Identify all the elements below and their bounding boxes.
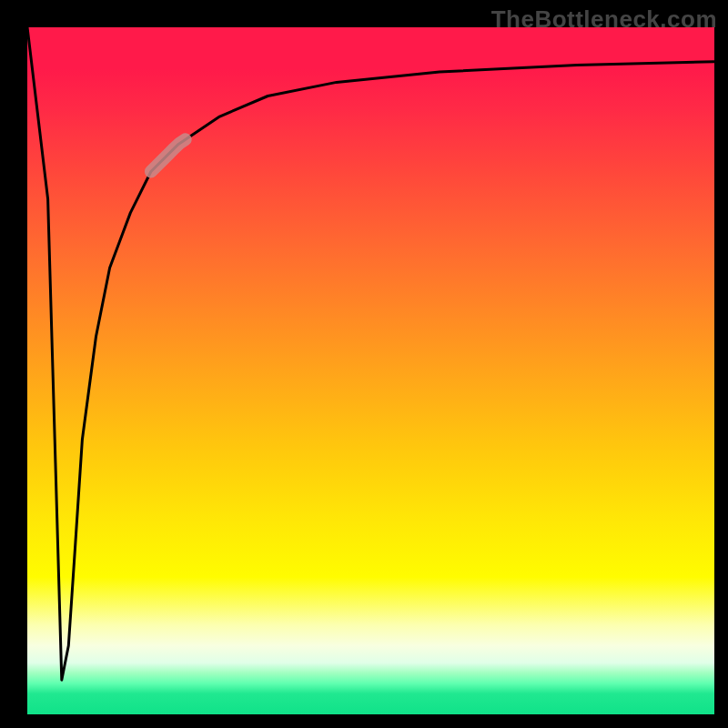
curve-highlight-segment: [151, 139, 186, 171]
plot-area: [27, 27, 714, 714]
curve-svg: [27, 27, 714, 714]
watermark-text: TheBottleneck.com: [491, 5, 717, 34]
bottleneck-curve-path: [27, 27, 714, 680]
